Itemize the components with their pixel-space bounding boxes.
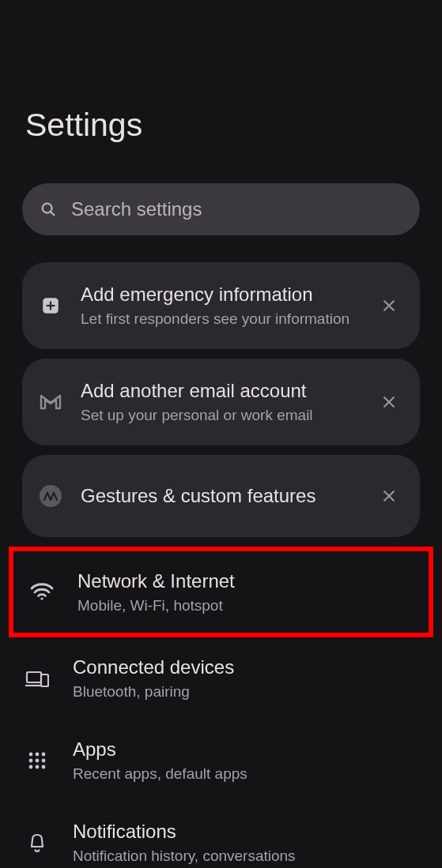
page-title: Settings <box>0 0 442 183</box>
card-add-emergency-info[interactable]: Add emergency information Let first resp… <box>22 262 420 349</box>
svg-point-15 <box>29 752 33 756</box>
menu-network-internet[interactable]: Network & Internet Mobile, Wi-Fi, hotspo… <box>9 547 433 638</box>
svg-point-17 <box>42 752 46 756</box>
svg-rect-12 <box>27 672 41 682</box>
wifi-icon <box>30 580 54 603</box>
gmail-icon <box>38 389 63 415</box>
menu-item-title: Apps <box>73 738 421 761</box>
apps-grid-icon <box>25 749 49 772</box>
card-title: Gestures & custom features <box>81 484 361 508</box>
card-subtitle: Set up your personal or work email <box>81 406 361 425</box>
svg-rect-4 <box>47 305 55 306</box>
menu-notifications[interactable]: Notifications Notification history, conv… <box>0 802 442 868</box>
close-icon[interactable] <box>379 392 399 412</box>
moto-icon <box>38 483 63 509</box>
menu-item-subtitle: Bluetooth, pairing <box>73 682 421 701</box>
search-placeholder: Search settings <box>71 198 202 220</box>
svg-point-23 <box>42 765 46 768</box>
svg-point-22 <box>36 765 40 768</box>
card-title: Add emergency information <box>81 283 361 306</box>
close-icon[interactable] <box>379 295 399 316</box>
menu-item-subtitle: Notification history, conversations <box>73 847 421 866</box>
card-add-email-account[interactable]: Add another email account Set up your pe… <box>22 359 420 445</box>
svg-line-1 <box>51 212 54 215</box>
svg-point-19 <box>36 758 40 762</box>
menu-apps[interactable]: Apps Recent apps, default apps <box>0 720 442 802</box>
search-icon <box>40 201 57 218</box>
devices-icon <box>25 667 49 690</box>
menu-connected-devices[interactable]: Connected devices Bluetooth, pairing <box>0 637 442 720</box>
svg-rect-14 <box>41 674 48 686</box>
menu-item-title: Notifications <box>73 820 421 844</box>
menu-item-subtitle: Mobile, Wi-Fi, hotspot <box>77 596 417 615</box>
svg-point-16 <box>36 752 40 756</box>
card-title: Add another email account <box>81 379 361 403</box>
close-icon[interactable] <box>379 486 399 506</box>
card-gestures-features[interactable]: Gestures & custom features <box>22 455 420 537</box>
menu-item-title: Network & Internet <box>77 569 417 593</box>
svg-point-11 <box>40 598 43 600</box>
svg-point-18 <box>29 758 33 762</box>
bell-icon <box>25 831 49 855</box>
plus-box-icon <box>38 293 63 318</box>
menu-item-title: Connected devices <box>73 656 421 679</box>
svg-point-20 <box>42 758 46 762</box>
search-input[interactable]: Search settings <box>22 183 420 235</box>
menu-item-subtitle: Recent apps, default apps <box>73 765 421 783</box>
card-subtitle: Let first responders see your informatio… <box>81 310 361 329</box>
svg-point-21 <box>29 765 33 768</box>
